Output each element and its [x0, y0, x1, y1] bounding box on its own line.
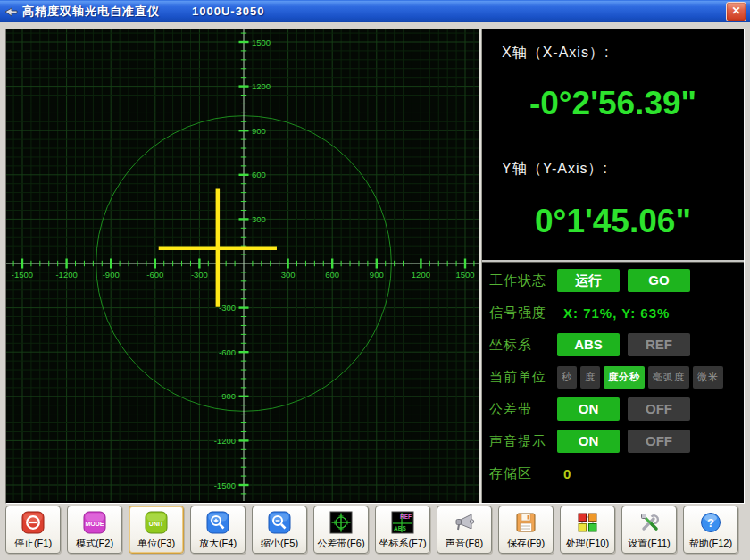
- svg-text:600: 600: [252, 170, 266, 180]
- app-icon: [4, 4, 19, 19]
- tolerance-band-row: 公差带 ON OFF: [482, 393, 744, 425]
- save-button[interactable]: 保存(F9): [498, 506, 554, 554]
- go-button[interactable]: GO: [628, 269, 690, 292]
- signal-strength-value: X: 71%, Y: 63%: [563, 305, 670, 321]
- settings-button[interactable]: 设置(F11): [621, 506, 677, 554]
- save-icon: [514, 511, 538, 534]
- settings-icon: [638, 511, 661, 534]
- mode-button[interactable]: MODE 模式(F2): [67, 506, 122, 554]
- svg-text:-900: -900: [103, 270, 120, 280]
- svg-text:300: 300: [281, 270, 296, 280]
- toolbar: 停止(F1) MODE 模式(F2) UNIT 单位(F3): [5, 506, 745, 556]
- mode-icon: MODE: [83, 511, 106, 534]
- client-area: -1500-1200-900-600-30030060090012001500-…: [0, 22, 750, 560]
- work-status-label: 工作状态: [489, 272, 557, 289]
- titlebar[interactable]: 高精度双轴光电自准直仪 1000U-3050 ✕: [0, 0, 750, 22]
- signal-strength-label: 信号强度: [489, 305, 557, 322]
- help-button[interactable]: ? 帮助(F12): [683, 506, 738, 554]
- svg-text:ABS: ABS: [394, 525, 406, 531]
- save-button-label: 保存(F9): [507, 537, 545, 550]
- svg-text:900: 900: [370, 270, 384, 280]
- svg-text:1200: 1200: [252, 81, 271, 91]
- coordinate-system-button[interactable]: REF ABS 坐标系(F7): [375, 506, 430, 554]
- stop-icon: [21, 511, 45, 534]
- coordinate-system-label: 坐标系: [489, 337, 557, 354]
- sound-off-button[interactable]: OFF: [628, 430, 690, 453]
- sound-icon: [453, 511, 476, 534]
- workspace: -1500-1200-900-600-30030060090012001500-…: [5, 29, 745, 504]
- sound-prompt-label: 声音提示: [489, 433, 557, 450]
- svg-text:UNIT: UNIT: [149, 521, 164, 527]
- svg-text:-300: -300: [191, 270, 208, 280]
- unit-icon: UNIT: [145, 511, 168, 534]
- unit-option-dms[interactable]: 度分秒: [604, 366, 645, 389]
- sound-on-button[interactable]: ON: [557, 430, 620, 453]
- svg-text:300: 300: [252, 214, 266, 224]
- svg-text:-1500: -1500: [214, 481, 236, 490]
- unit-button-label: 单位(F3): [138, 537, 175, 550]
- process-button[interactable]: 处理(F10): [560, 506, 615, 554]
- status-rows: 工作状态 运行 GO 信号强度 X: 71%, Y: 63% 坐标系 ABS R…: [482, 263, 744, 503]
- tolerance-band-label: 公差带: [489, 401, 557, 418]
- right-panel: X轴（X-Axis）: -0°2'56.39" Y轴（Y-Axis）: 0°1'…: [482, 29, 744, 503]
- x-axis-label: X轴（X-Axis）:: [502, 44, 609, 63]
- help-button-label: 帮助(F12): [689, 537, 732, 550]
- tolerance-on-button[interactable]: ON: [557, 397, 620, 421]
- storage-area-label: 存储区: [489, 465, 557, 482]
- x-axis-value: -0°2'56.39": [482, 85, 744, 122]
- close-button[interactable]: ✕: [726, 2, 746, 21]
- zoom-in-button[interactable]: 放大(F4): [190, 506, 246, 554]
- readouts: X轴（X-Axis）: -0°2'56.39" Y轴（Y-Axis）: 0°1'…: [482, 29, 744, 260]
- sound-button-label: 声音(F8): [446, 537, 483, 550]
- unit-option-degree[interactable]: 度: [580, 366, 600, 389]
- signal-strength-row: 信号强度 X: 71%, Y: 63%: [482, 297, 744, 329]
- storage-area-value: 0: [563, 466, 571, 481]
- mode-button-label: 模式(F2): [76, 537, 113, 550]
- ref-button[interactable]: REF: [628, 333, 690, 356]
- unit-option-second[interactable]: 秒: [557, 366, 577, 389]
- unit-option-mrad[interactable]: 毫弧度: [648, 366, 689, 389]
- svg-text:1500: 1500: [455, 270, 474, 280]
- y-axis-label: Y轴（Y-Axis）:: [502, 160, 608, 179]
- help-icon: ?: [699, 511, 722, 534]
- zoom-out-button[interactable]: 缩小(F5): [252, 506, 307, 554]
- graticule-plot: -1500-1200-900-600-30030060090012001500-…: [6, 29, 479, 501]
- coordinate-system-button-label: 坐标系(F7): [379, 537, 426, 550]
- process-icon: [576, 511, 599, 534]
- coordinate-system-row: 坐标系 ABS REF: [482, 329, 744, 361]
- svg-text:-300: -300: [219, 303, 236, 313]
- svg-text:-600: -600: [146, 270, 163, 280]
- abs-button[interactable]: ABS: [557, 333, 620, 356]
- svg-text:MODE: MODE: [86, 521, 104, 527]
- window-model: 1000U-3050: [192, 4, 265, 18]
- tolerance-band-icon: [329, 511, 353, 534]
- run-button[interactable]: 运行: [557, 269, 620, 292]
- window-title: 高精度双轴光电自准直仪: [22, 4, 160, 20]
- tolerance-band-button[interactable]: 公差带(F6): [313, 506, 369, 554]
- zoom-out-icon: [268, 511, 291, 534]
- stop-button-label: 停止(F1): [14, 537, 52, 550]
- unit-option-micron[interactable]: 微米: [693, 366, 723, 389]
- y-axis-value: 0°1'45.06": [482, 203, 744, 240]
- unit-button[interactable]: UNIT 单位(F3): [129, 506, 184, 554]
- settings-button-label: 设置(F11): [628, 537, 670, 550]
- current-unit-row: 当前单位 秒 度 度分秒 毫弧度 微米: [482, 361, 744, 393]
- svg-text:600: 600: [325, 270, 339, 280]
- svg-text:-600: -600: [219, 347, 236, 357]
- zoom-out-button-label: 缩小(F5): [261, 537, 298, 550]
- sound-prompt-row: 声音提示 ON OFF: [482, 425, 744, 457]
- tolerance-band-button-label: 公差带(F6): [317, 537, 364, 550]
- zoom-in-button-label: 放大(F4): [199, 537, 237, 550]
- sound-button[interactable]: 声音(F8): [437, 506, 492, 554]
- tolerance-off-button[interactable]: OFF: [628, 397, 690, 421]
- zoom-in-icon: [206, 511, 229, 534]
- svg-text:-1200: -1200: [214, 436, 236, 446]
- svg-text:REF: REF: [400, 514, 412, 520]
- svg-text:-900: -900: [219, 391, 236, 401]
- stop-button[interactable]: 停止(F1): [5, 506, 61, 554]
- coordinate-system-icon: REF ABS: [391, 511, 414, 534]
- svg-text:?: ?: [707, 516, 714, 530]
- plot-svg: -1500-1200-900-600-30030060090012001500-…: [6, 29, 479, 501]
- current-unit-label: 当前单位: [489, 369, 557, 386]
- work-status-row: 工作状态 运行 GO: [482, 264, 744, 297]
